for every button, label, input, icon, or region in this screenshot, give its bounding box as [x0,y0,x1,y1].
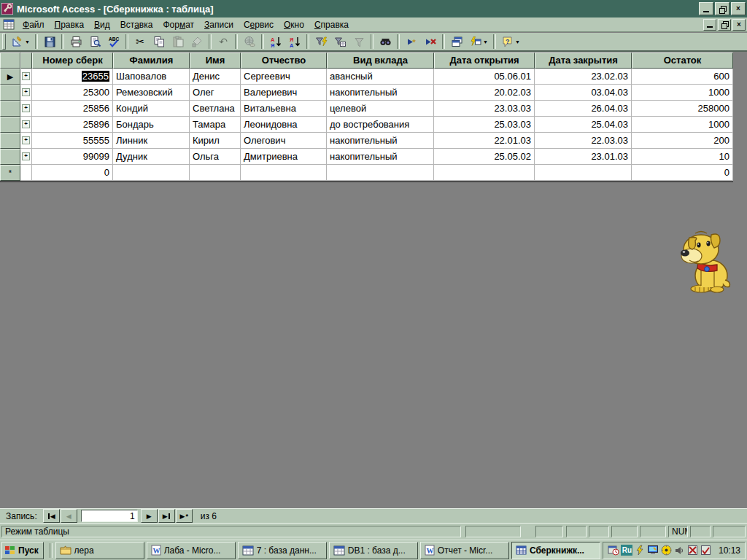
cell-last[interactable]: Дудник [113,149,190,165]
lang-indicator[interactable]: Ru [621,545,633,556]
print-button[interactable] [67,34,85,50]
new-object-button[interactable]: ▼ [467,34,490,50]
first-record-button[interactable]: ◀ [43,509,60,523]
cell-bal[interactable]: 0 [632,165,733,181]
cell-open[interactable]: 20.02.03 [434,85,535,101]
cell-last[interactable]: Кондий [113,101,190,117]
format-painter-button[interactable] [188,34,206,50]
cell-bal[interactable]: 200 [632,133,733,149]
volume-icon[interactable] [660,545,673,556]
cell-bal[interactable]: 600 [632,69,733,85]
help-button[interactable]: ?▼ [499,34,522,50]
cell-type[interactable]: авансный [327,69,434,85]
print-preview-button[interactable] [86,34,104,50]
start-button[interactable]: Пуск [1,542,44,559]
toolbar-grip[interactable] [2,34,6,50]
taskbar-item[interactable]: WЛаба - Micro... [147,542,236,559]
column-header-mid[interactable]: Отчество [241,52,327,69]
row-selector[interactable] [0,117,20,133]
record-number-input[interactable] [81,510,138,522]
cell-type[interactable]: накопительный [327,149,434,165]
expand-record-toggle[interactable]: + [20,85,32,101]
restore-button[interactable] [715,2,729,15]
cell-close[interactable]: 23.01.03 [535,149,632,165]
cell-type[interactable]: до востребования [327,117,434,133]
database-window-button[interactable] [448,34,465,50]
menu-item-формат[interactable]: Формат [158,18,199,31]
mail-check-icon[interactable] [700,545,712,556]
expand-column-header[interactable] [20,52,32,69]
cut-button[interactable]: ✂ [131,34,149,50]
cell-mid[interactable]: Сергеевич [241,69,327,85]
column-header-close[interactable]: Дата закрытия [535,52,632,69]
save-button[interactable] [41,34,58,50]
column-header-last[interactable]: Фамилия [113,52,190,69]
minimize-button[interactable] [699,2,713,15]
cell-first[interactable]: Олег [190,85,241,101]
row-selector[interactable] [0,149,20,165]
cell-num[interactable]: 0 [32,165,113,181]
cell-bal[interactable]: 1000 [632,85,733,101]
row-selector[interactable]: ▶ [0,69,20,85]
cell-first[interactable]: Светлана [190,101,241,117]
cell-type[interactable]: целевой [327,101,434,117]
sort-descending-button[interactable]: ЯА [286,34,303,50]
cell-first[interactable]: Тамара [190,117,241,133]
child-restore-button[interactable] [718,19,731,31]
menu-item-правка[interactable]: Правка [50,18,90,31]
apply-filter-button[interactable] [350,34,368,50]
menu-item-вид[interactable]: Вид [89,18,115,31]
cell-open[interactable]: 05.06.01 [434,69,535,85]
column-header-num[interactable]: Номер сберк [32,52,113,69]
close-button[interactable]: × [731,2,746,15]
cell-mid[interactable]: Леонидовна [241,117,327,133]
filter-by-selection-button[interactable] [312,34,330,50]
column-header-first[interactable]: Имя [190,52,241,69]
cell-num[interactable]: 23655 [32,69,113,85]
cell-num[interactable]: 25856 [32,101,113,117]
taskbar-item[interactable]: Сберкнижк... [511,542,600,559]
cell-num[interactable]: 55555 [32,133,113,149]
previous-record-button[interactable]: ◀ [61,509,77,523]
display-icon[interactable] [647,545,659,556]
column-header-open[interactable]: Дата открытия [434,52,535,69]
cell-num[interactable]: 25896 [32,117,113,133]
cell-last[interactable]: Шаповалов [113,69,190,85]
cell-close[interactable]: 22.03.03 [535,133,632,149]
cell-type[interactable] [327,165,434,181]
new-record-button[interactable]: * [403,34,420,50]
cell-open[interactable]: 25.03.03 [434,117,535,133]
flash-icon[interactable] [634,545,646,556]
cell-first[interactable]: Денис [190,69,241,85]
cell-first[interactable] [190,165,241,181]
last-record-button[interactable]: ▶ [158,509,175,523]
cell-num[interactable]: 25300 [32,85,113,101]
delete-record-button[interactable] [422,34,439,50]
menu-item-справка[interactable]: Справка [309,18,354,31]
tool-icon[interactable] [686,545,699,556]
menu-item-окно[interactable]: Окно [279,18,309,31]
cell-mid[interactable]: Дмитриевна [241,149,327,165]
cell-open[interactable]: 22.01.03 [434,133,535,149]
cell-open[interactable] [434,165,535,181]
cell-last[interactable] [113,165,190,181]
cell-mid[interactable]: Валериевич [241,85,327,101]
taskbar-item[interactable]: лера [55,542,144,559]
expand-record-toggle[interactable]: + [20,101,32,117]
insert-hyperlink-button[interactable] [241,34,258,50]
next-record-button[interactable]: ▶ [141,509,158,523]
cell-close[interactable]: 25.04.03 [535,117,632,133]
taskbar-item[interactable]: 7 : база данн... [238,542,327,559]
undo-button[interactable]: ↶ [214,34,232,50]
office-assistant-dog[interactable] [679,229,732,295]
child-close-button[interactable]: × [732,19,746,31]
cell-close[interactable] [535,165,632,181]
cell-mid[interactable]: Витальевна [241,101,327,117]
cell-first[interactable]: Кирил [190,133,241,149]
cell-close[interactable]: 23.02.03 [535,69,632,85]
taskbar-item[interactable]: WОтчет - Micr... [420,542,509,559]
row-selector[interactable] [0,85,20,101]
cell-last[interactable]: Бондарь [113,117,190,133]
row-selector[interactable]: * [0,165,20,181]
menu-item-вставка[interactable]: Вставка [115,18,158,31]
